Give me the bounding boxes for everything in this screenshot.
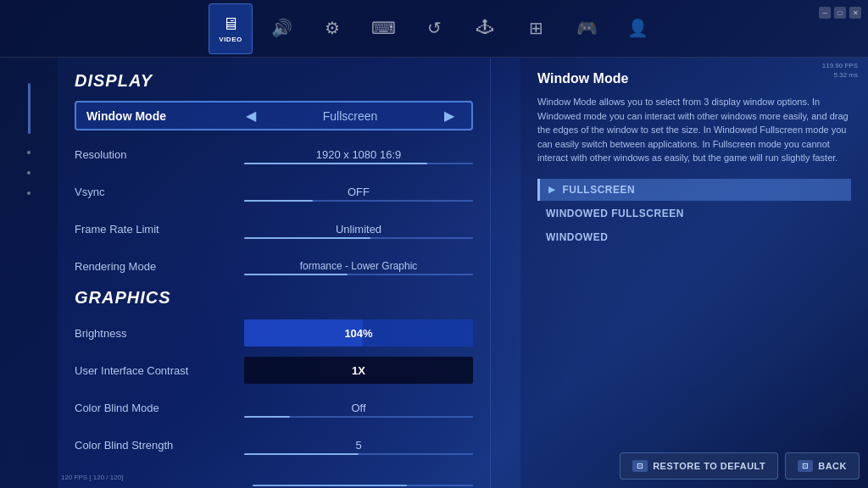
restore-icon: ⊡ [632,460,648,472]
back-label: BACK [818,461,847,471]
ui-contrast-row: User Interface Contrast 1X [75,355,473,385]
color-blind-mode-value: Off [351,402,365,414]
option-windowed[interactable]: WINDOWED [537,226,851,248]
nav-item-gamepad[interactable]: 🎮 [565,3,609,54]
audio-icon: 🔊 [271,18,292,38]
graphics-section-title: GRAPHICS [75,288,473,308]
ui-contrast-value: 1X [352,364,365,377]
rendering-mode-value-container: formance - Lower Graphic [244,260,473,272]
bottom-controls: ⊡ RESTORE TO DEFAULT ⊡ BACK [620,452,860,480]
sidebar-dot-2 [27,171,31,175]
refresh-icon: ↺ [427,18,442,38]
right-panel: Window Mode Window Mode allows you to se… [520,58,868,488]
gear-icon: ⚙ [325,18,340,38]
fps-counter: 119.90 FPS 5.32 ms [822,61,858,80]
frame-rate-value-container: Unlimited [244,223,473,236]
sidebar-dot-1 [27,151,31,154]
top-navigation: 🖥 VIDEO 🔊 ⚙ ⌨ ↺ 🕹 ⊞ 🎮 👤 [0,0,868,58]
color-blind-mode-value-container: Off [244,402,473,414]
ui-contrast-label: User Interface Contrast [75,364,244,377]
window-controls: ─ □ ✕ [819,7,861,19]
nav-item-video[interactable]: 🖥 VIDEO [209,3,253,54]
rendering-mode-label: Rendering Mode [75,260,244,273]
brightness-value: 104% [344,327,372,340]
color-blind-mode-row: Color Blind Mode Off [75,392,473,423]
ms-value: 5.32 ms [822,70,858,80]
brightness-row: Brightness 104% [75,318,473,348]
account-icon: 👤 [627,18,648,38]
minimize-button[interactable]: ─ [819,7,831,19]
option-fullscreen-label: FULLSCREEN [563,184,636,196]
back-icon: ⊡ [798,460,813,472]
resolution-value-container: 1920 x 1080 16:9 [244,148,473,161]
nav-item-audio[interactable]: 🔊 [259,3,303,54]
color-blind-strength-label: Color Blind Strength [75,439,244,452]
back-button[interactable]: ⊡ BACK [785,452,860,480]
panel-title: Window Mode [537,71,851,86]
nav-item-account[interactable]: 👤 [615,3,659,54]
window-mode-options: ▶ FULLSCREEN WINDOWED FULLSCREEN WINDOWE… [537,179,851,248]
sidebar-dot-3 [27,191,31,195]
frame-rate-value: Unlimited [336,223,381,236]
window-mode-prev-button[interactable]: ◀ [246,108,256,124]
panel-divider [490,58,491,488]
gamepad-icon: 🎮 [576,18,598,38]
window-mode-current-value: Fullscreen [323,109,378,123]
hud-icon: ⊞ [529,18,543,38]
option-windowed-fullscreen-label: WINDOWED FULLSCREEN [546,208,684,219]
restore-default-label: RESTORE TO DEFAULT [653,461,765,471]
window-mode-row[interactable]: Window Mode ◀ Fullscreen ▶ [75,101,473,130]
brightness-value-container[interactable]: 104% [244,319,473,347]
display-section-title: DISPLAY [75,71,473,91]
vsync-value: OFF [348,186,370,198]
window-mode-next-button[interactable]: ▶ [444,108,454,124]
option-windowed-fullscreen[interactable]: WINDOWED FULLSCREEN [537,202,851,225]
resolution-value: 1920 x 1080 16:9 [316,148,401,161]
maximize-button[interactable]: □ [834,7,846,19]
resolution-row: Resolution 1920 x 1080 16:9 [75,139,473,169]
vsync-value-container: OFF [244,186,473,198]
nav-item-controller2[interactable]: 🕹 [463,3,507,54]
option-fullscreen[interactable]: ▶ FULLSCREEN [537,179,851,201]
nav-item-hud[interactable]: ⊞ [514,3,558,54]
color-blind-strength-value-container: 5 [244,439,473,452]
panel-description: Window Mode allows you to select from 3 … [537,95,851,165]
resolution-label: Resolution [75,148,244,161]
vsync-label: Vsync [75,186,244,198]
option-windowed-label: WINDOWED [546,231,608,243]
nav-item-keyboard[interactable]: ⌨ [361,3,405,54]
bottom-fps-display: 120 FPS [ 120 / 120] [61,474,123,481]
vsync-row: Vsync OFF [75,176,473,207]
rendering-mode-row: Rendering Mode formance - Lower Graphic [75,251,473,281]
rendering-mode-value: formance - Lower Graphic [300,260,418,272]
color-blind-strength-row: Color Blind Strength 5 [75,430,473,460]
close-button[interactable]: ✕ [849,7,861,19]
controller-icon: 🕹 [476,18,493,37]
sidebar-indicator [28,83,31,134]
color-blind-strength-value: 5 [355,439,361,452]
restore-default-button[interactable]: ⊡ RESTORE TO DEFAULT [620,452,778,480]
brightness-label: Brightness [75,327,244,340]
monitor-icon: 🖥 [222,14,239,34]
window-mode-label: Window Mode [86,109,239,123]
selected-indicator: ▶ [548,185,556,194]
ui-contrast-value-container[interactable]: 1X [244,357,473,384]
main-content: DISPLAY Window Mode ◀ Fullscreen ▶ Resol… [58,58,490,488]
fps-value: 119.90 FPS [822,61,858,70]
nav-item-refresh[interactable]: ↺ [412,3,456,54]
frame-rate-row: Frame Rate Limit Unlimited [75,214,473,244]
left-sidebar [0,58,58,488]
nav-item-gear[interactable]: ⚙ [310,3,354,54]
color-blind-mode-label: Color Blind Mode [75,402,244,414]
keyboard-icon: ⌨ [371,18,396,38]
window-mode-value: ◀ Fullscreen ▶ [239,108,461,124]
frame-rate-label: Frame Rate Limit [75,223,244,236]
